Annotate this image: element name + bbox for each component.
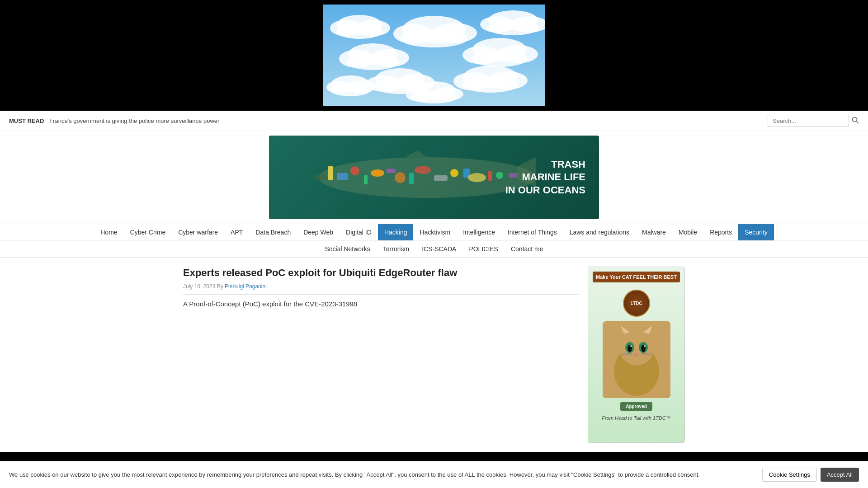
svg-rect-49 (434, 175, 448, 181)
svg-rect-43 (364, 175, 368, 184)
svg-point-46 (395, 172, 406, 183)
nav-contact-me[interactable]: Contact me (505, 241, 550, 257)
nav-cyber-crime[interactable]: Cyber Crime (124, 224, 172, 240)
svg-point-28 (462, 77, 519, 93)
svg-point-37 (853, 117, 857, 122)
ad-line3: IN OUR OCEANS (505, 184, 585, 197)
svg-point-39 (319, 157, 536, 198)
nav-data-breach[interactable]: Data Breach (249, 224, 297, 240)
sidebar-ad[interactable]: Make Your CAT FEEL THEIR BEST 1TDC (588, 267, 685, 443)
cat-image (603, 321, 670, 398)
svg-point-58 (314, 174, 328, 181)
must-read-bar: MUST READ France's government is giving … (0, 111, 868, 131)
svg-rect-47 (409, 173, 414, 184)
nav-policies[interactable]: POLICIES (462, 241, 505, 257)
nav-apt[interactable]: APT (224, 224, 249, 240)
ad-banner: TRASH MARINE LIFE IN OUR OCEANS (0, 131, 868, 224)
svg-point-42 (350, 166, 359, 175)
svg-point-36 (411, 92, 457, 103)
nav-cyber-warfare[interactable]: Cyber warfare (172, 224, 224, 240)
svg-point-52 (468, 173, 486, 182)
search-button[interactable] (852, 117, 859, 126)
svg-point-44 (371, 169, 384, 177)
nav-social-networks[interactable]: Social Networks (318, 241, 376, 257)
article-divider (183, 294, 579, 295)
svg-point-16 (347, 55, 399, 70)
svg-rect-40 (328, 166, 333, 180)
ad-line2: MARINE LIFE (505, 171, 585, 184)
must-read-text: France's government is giving the police… (49, 117, 762, 124)
svg-point-54 (496, 172, 503, 179)
search-icon (852, 117, 859, 124)
search-input[interactable] (768, 115, 849, 127)
must-read-label: MUST READ (9, 117, 44, 124)
banner-image (323, 5, 545, 106)
navigation: Home Cyber Crime Cyber warfare APT Data … (0, 224, 868, 258)
nav-terrorism[interactable]: Terrorism (377, 241, 415, 257)
article-meta: July 10, 2023 By Pierluigi Paganini (183, 283, 579, 290)
nav-laws-regulations[interactable]: Laws and regulations (563, 224, 636, 240)
ad-line1: TRASH (505, 158, 585, 171)
search-area (768, 115, 859, 127)
main-content: Experts released PoC exploit for Ubiquit… (174, 258, 694, 452)
nav-internet-of-things[interactable]: Internet of Things (501, 224, 563, 240)
article-date: July 10, 2023 (183, 283, 215, 290)
svg-point-61 (619, 331, 654, 366)
nav-security[interactable]: Security (738, 224, 774, 240)
article-title: Experts released PoC exploit for Ubiquit… (183, 267, 579, 280)
sidebar-ad-approved: Approved (620, 402, 652, 411)
nav-bottom: Social Networks Terrorism ICS-SCADA POLI… (0, 240, 868, 257)
nav-intelligence[interactable]: Intelligence (457, 224, 501, 240)
article-by-prefix: By (217, 283, 225, 290)
svg-point-12 (487, 21, 539, 35)
svg-point-8 (336, 24, 383, 39)
nav-top: Home Cyber Crime Cyber warfare APT Data … (0, 224, 868, 240)
article-body: A Proof-of-Concept (PoC) exploit for the… (183, 299, 579, 310)
svg-rect-41 (337, 173, 348, 180)
ad-banner-image: TRASH MARINE LIFE IN OUR OCEANS (269, 136, 599, 219)
nav-mobile[interactable]: Mobile (672, 224, 703, 240)
svg-point-48 (415, 166, 431, 174)
nav-reports[interactable]: Reports (703, 224, 738, 240)
sidebar: Make Your CAT FEEL THEIR BEST 1TDC (588, 267, 685, 443)
article-section: Experts released PoC exploit for Ubiquit… (183, 267, 579, 443)
svg-point-4 (400, 29, 468, 47)
nav-malware[interactable]: Malware (636, 224, 672, 240)
ad-text-overlay: TRASH MARINE LIFE IN OUR OCEANS (505, 158, 585, 197)
svg-marker-57 (405, 150, 427, 157)
svg-rect-45 (387, 169, 396, 173)
svg-rect-53 (488, 171, 492, 181)
top-banner (0, 0, 868, 111)
nav-deep-web[interactable]: Deep Web (297, 224, 340, 240)
nav-ics-scada[interactable]: ICS-SCADA (415, 241, 462, 257)
sidebar-ad-header: Make Your CAT FEEL THEIR BEST (593, 272, 680, 282)
nav-digital-id[interactable]: Digital ID (340, 224, 378, 240)
svg-line-38 (857, 121, 859, 123)
svg-point-50 (450, 169, 458, 177)
svg-point-71 (644, 345, 646, 347)
svg-point-32 (330, 84, 370, 96)
sidebar-ad-tagline: From Head to Tail with 1TDC™ (602, 415, 670, 421)
svg-point-70 (630, 345, 632, 347)
sidebar-ad-logo: 1TDC (630, 301, 642, 306)
svg-point-20 (472, 51, 528, 67)
nav-hacking[interactable]: Hacking (378, 224, 414, 240)
nav-home[interactable]: Home (94, 224, 123, 240)
nav-hacktivism[interactable]: Hacktivism (413, 224, 457, 240)
article-author[interactable]: Pierluigi Paganini (225, 283, 267, 290)
